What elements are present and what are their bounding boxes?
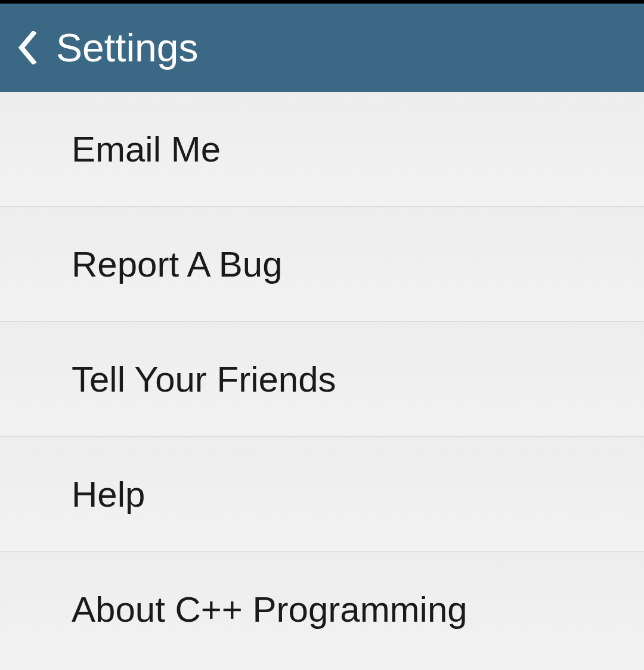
list-item-label: About C++ Programming [72, 589, 467, 630]
list-item-report-bug[interactable]: Report A Bug [0, 207, 644, 322]
list-item-label: Help [72, 474, 145, 515]
back-button[interactable] [12, 30, 42, 66]
list-item-email-me[interactable]: Email Me [0, 92, 644, 207]
list-item-about[interactable]: About C++ Programming [0, 552, 644, 667]
list-item-label: Email Me [72, 129, 221, 170]
page-title: Settings [56, 25, 198, 70]
list-item-help[interactable]: Help [0, 437, 644, 552]
list-item-label: Tell Your Friends [72, 359, 336, 400]
header: Settings [0, 4, 644, 92]
list-item-tell-friends[interactable]: Tell Your Friends [0, 322, 644, 437]
settings-list: Email Me Report A Bug Tell Your Friends … [0, 92, 644, 667]
chevron-left-icon [17, 31, 37, 64]
list-item-label: Report A Bug [72, 244, 283, 285]
